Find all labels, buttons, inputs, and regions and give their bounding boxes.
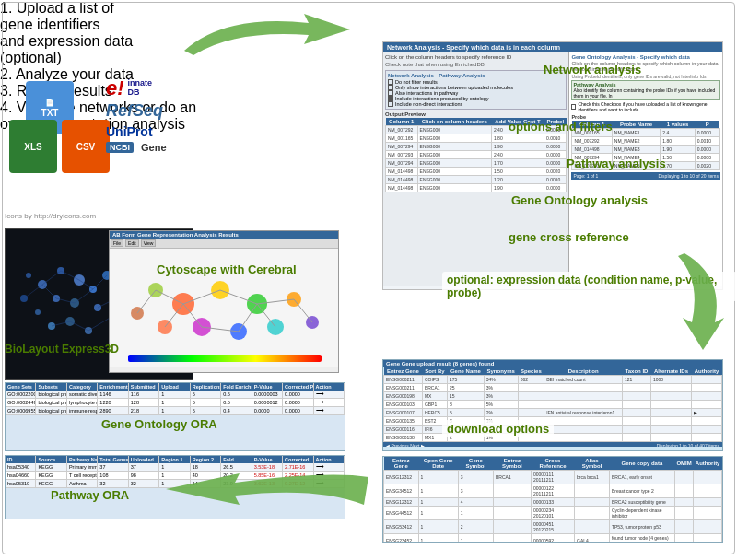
- go-ora-row: GO:0002200 biological process somatic di…: [6, 391, 345, 399]
- main-container: 1. Upload a list of gene identifiers and…: [0, 0, 737, 560]
- innatedb-logo: innate DB: [128, 79, 153, 98]
- network-analysis-panel: Network Analysis - Specify which data is…: [382, 41, 723, 290]
- innatedb-row: e! innate DB: [106, 78, 249, 99]
- step1-line3: and expression data (optional): [0, 33, 133, 65]
- txt-label: TXT: [41, 108, 59, 118]
- go-ora-row: GO:0002449 biological process lymphocyte…: [6, 399, 345, 407]
- download-options-label: download options: [442, 420, 554, 438]
- cytoscape-toolbar: File Edit View: [110, 239, 338, 249]
- network-left-panel: Click on the column headers to specify r…: [383, 52, 569, 286]
- xls-file-icon: XLS: [9, 120, 57, 173]
- svg-point-18: [26, 273, 31, 278]
- review-panel-2: Entrez GeneOpen Gene DateGene SymbolEntr…: [382, 456, 723, 543]
- arrow-step1-to-step2: [180, 9, 355, 60]
- gene-label: Gene: [141, 142, 167, 153]
- svg-rect-55: [128, 355, 322, 362]
- network-ui-header: Network Analysis - Specify which data is…: [383, 42, 722, 52]
- xls-label: XLS: [24, 142, 41, 152]
- db-logos-area: e! innate DB RefSeq UniProt NCBI Gene: [106, 78, 249, 156]
- icons-credit: Icons by http://dryicons.com: [5, 212, 96, 220]
- cytoscape-panel: AB Form Gene Representation Analysis Res…: [109, 230, 339, 373]
- refseq-logo: RefSeq: [106, 101, 249, 121]
- file-icons-area: 📄 TXT XLS CSV: [9, 81, 111, 173]
- arrow-step3-to-step4: [161, 466, 373, 521]
- cytoscape-header: AB Form Gene Representation Analysis Res…: [110, 231, 338, 239]
- review-panel-1: Gene Gene upload result (8 genes) found …: [382, 359, 723, 451]
- ncbi-gene-row: NCBI Gene: [106, 142, 249, 153]
- step1-line1: 1. Upload a list of: [0, 0, 114, 16]
- cytoscape-label: Cytoscape with Cerebral: [157, 262, 297, 276]
- go-analysis-label: Gene Ontology analysis: [511, 193, 648, 207]
- uniprot-row: UniProt: [106, 124, 249, 139]
- arrow-step2-to-step3: [673, 249, 733, 355]
- pathway-ora-label: Pathway ORA: [51, 488, 129, 502]
- network-ui-body: Click on the column headers to specify r…: [383, 52, 722, 286]
- svg-line-54: [294, 299, 312, 322]
- review-table-2: Entrez GeneOpen Gene DateGene SymbolEntr…: [383, 457, 722, 542]
- pathway-analysis-label: Pathway analysis: [567, 157, 666, 170]
- network-ui: Network Analysis - Specify which data is…: [383, 42, 722, 289]
- csv-label: CSV: [76, 142, 96, 152]
- exclamation-icon: e!: [106, 78, 124, 99]
- gene-cross-ref-label: gene cross reference: [509, 230, 629, 244]
- uniprot-logo: UniProt: [106, 124, 153, 139]
- go-ora-label: Gene Ontology ORA: [101, 417, 217, 431]
- network-analysis-label: Network analysis: [544, 63, 641, 76]
- go-ora-header: Gene Sets Subsets Category Enrichment Sc…: [6, 383, 345, 391]
- svg-line-53: [137, 290, 156, 313]
- step1-label: 1. Upload a list of gene identifiers and…: [0, 0, 184, 66]
- step1-line2: gene identifiers: [0, 17, 100, 32]
- ncbi-logo: NCBI: [106, 142, 134, 153]
- options-filters-label: options and filters: [509, 120, 613, 134]
- svg-point-10: [35, 309, 41, 315]
- csv-file-icon: CSV: [62, 120, 110, 173]
- biolayout-label: BioLayout Express3D: [5, 343, 119, 356]
- pathway-ora-header: ID Source Pathway Name Total Genes Uploa…: [6, 456, 345, 463]
- go-ora-row: GO:0006955 biological process immune res…: [6, 407, 345, 415]
